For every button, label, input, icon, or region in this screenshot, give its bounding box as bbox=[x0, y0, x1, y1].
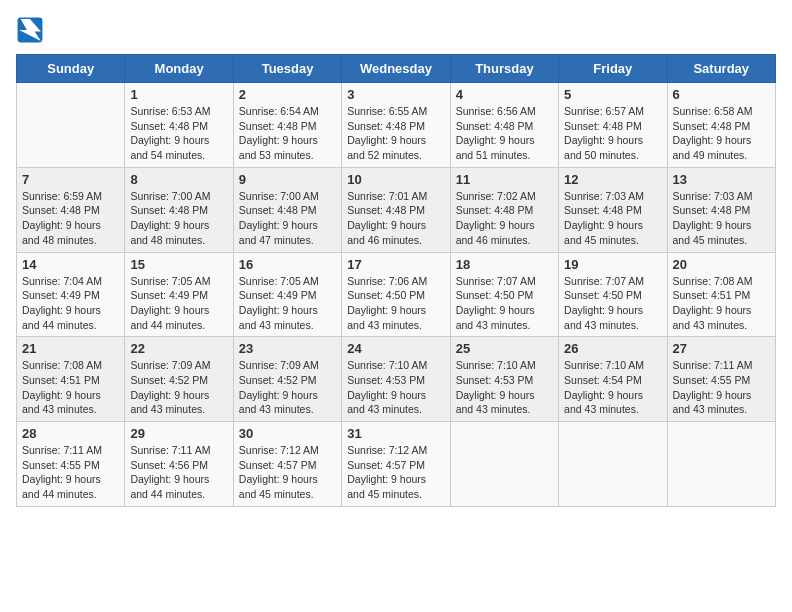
day-number: 7 bbox=[22, 172, 119, 187]
day-number: 23 bbox=[239, 341, 336, 356]
calendar-cell: 7Sunrise: 6:59 AM Sunset: 4:48 PM Daylig… bbox=[17, 167, 125, 252]
day-number: 14 bbox=[22, 257, 119, 272]
calendar-cell: 13Sunrise: 7:03 AM Sunset: 4:48 PM Dayli… bbox=[667, 167, 775, 252]
calendar-header-friday: Friday bbox=[559, 55, 667, 83]
day-detail: Sunrise: 7:00 AM Sunset: 4:48 PM Dayligh… bbox=[130, 189, 227, 248]
calendar-header-saturday: Saturday bbox=[667, 55, 775, 83]
calendar-cell: 14Sunrise: 7:04 AM Sunset: 4:49 PM Dayli… bbox=[17, 252, 125, 337]
calendar-cell: 2Sunrise: 6:54 AM Sunset: 4:48 PM Daylig… bbox=[233, 83, 341, 168]
day-detail: Sunrise: 7:04 AM Sunset: 4:49 PM Dayligh… bbox=[22, 274, 119, 333]
day-detail: Sunrise: 7:06 AM Sunset: 4:50 PM Dayligh… bbox=[347, 274, 444, 333]
day-detail: Sunrise: 6:56 AM Sunset: 4:48 PM Dayligh… bbox=[456, 104, 553, 163]
day-detail: Sunrise: 7:11 AM Sunset: 4:55 PM Dayligh… bbox=[673, 358, 770, 417]
day-detail: Sunrise: 7:09 AM Sunset: 4:52 PM Dayligh… bbox=[239, 358, 336, 417]
day-detail: Sunrise: 7:05 AM Sunset: 4:49 PM Dayligh… bbox=[130, 274, 227, 333]
day-number: 27 bbox=[673, 341, 770, 356]
calendar-cell: 9Sunrise: 7:00 AM Sunset: 4:48 PM Daylig… bbox=[233, 167, 341, 252]
calendar-cell: 19Sunrise: 7:07 AM Sunset: 4:50 PM Dayli… bbox=[559, 252, 667, 337]
calendar-cell bbox=[667, 422, 775, 507]
day-detail: Sunrise: 6:55 AM Sunset: 4:48 PM Dayligh… bbox=[347, 104, 444, 163]
calendar-cell: 15Sunrise: 7:05 AM Sunset: 4:49 PM Dayli… bbox=[125, 252, 233, 337]
day-number: 28 bbox=[22, 426, 119, 441]
day-number: 21 bbox=[22, 341, 119, 356]
calendar-cell: 29Sunrise: 7:11 AM Sunset: 4:56 PM Dayli… bbox=[125, 422, 233, 507]
day-number: 15 bbox=[130, 257, 227, 272]
day-number: 19 bbox=[564, 257, 661, 272]
calendar-cell: 4Sunrise: 6:56 AM Sunset: 4:48 PM Daylig… bbox=[450, 83, 558, 168]
day-number: 18 bbox=[456, 257, 553, 272]
day-number: 5 bbox=[564, 87, 661, 102]
day-number: 8 bbox=[130, 172, 227, 187]
day-number: 24 bbox=[347, 341, 444, 356]
day-number: 29 bbox=[130, 426, 227, 441]
day-detail: Sunrise: 7:11 AM Sunset: 4:55 PM Dayligh… bbox=[22, 443, 119, 502]
day-detail: Sunrise: 6:57 AM Sunset: 4:48 PM Dayligh… bbox=[564, 104, 661, 163]
day-detail: Sunrise: 7:03 AM Sunset: 4:48 PM Dayligh… bbox=[673, 189, 770, 248]
day-number: 22 bbox=[130, 341, 227, 356]
day-number: 20 bbox=[673, 257, 770, 272]
logo-icon bbox=[16, 16, 44, 44]
calendar-cell: 26Sunrise: 7:10 AM Sunset: 4:54 PM Dayli… bbox=[559, 337, 667, 422]
day-detail: Sunrise: 7:03 AM Sunset: 4:48 PM Dayligh… bbox=[564, 189, 661, 248]
day-number: 11 bbox=[456, 172, 553, 187]
calendar-cell: 16Sunrise: 7:05 AM Sunset: 4:49 PM Dayli… bbox=[233, 252, 341, 337]
calendar-table: SundayMondayTuesdayWednesdayThursdayFrid… bbox=[16, 54, 776, 507]
calendar-week-row: 28Sunrise: 7:11 AM Sunset: 4:55 PM Dayli… bbox=[17, 422, 776, 507]
day-number: 16 bbox=[239, 257, 336, 272]
day-number: 30 bbox=[239, 426, 336, 441]
calendar-week-row: 1Sunrise: 6:53 AM Sunset: 4:48 PM Daylig… bbox=[17, 83, 776, 168]
calendar-cell bbox=[17, 83, 125, 168]
day-detail: Sunrise: 7:08 AM Sunset: 4:51 PM Dayligh… bbox=[22, 358, 119, 417]
day-number: 1 bbox=[130, 87, 227, 102]
calendar-cell: 8Sunrise: 7:00 AM Sunset: 4:48 PM Daylig… bbox=[125, 167, 233, 252]
day-detail: Sunrise: 6:53 AM Sunset: 4:48 PM Dayligh… bbox=[130, 104, 227, 163]
day-detail: Sunrise: 7:10 AM Sunset: 4:54 PM Dayligh… bbox=[564, 358, 661, 417]
day-number: 3 bbox=[347, 87, 444, 102]
calendar-cell: 11Sunrise: 7:02 AM Sunset: 4:48 PM Dayli… bbox=[450, 167, 558, 252]
calendar-header-monday: Monday bbox=[125, 55, 233, 83]
day-detail: Sunrise: 6:58 AM Sunset: 4:48 PM Dayligh… bbox=[673, 104, 770, 163]
day-number: 4 bbox=[456, 87, 553, 102]
calendar-week-row: 14Sunrise: 7:04 AM Sunset: 4:49 PM Dayli… bbox=[17, 252, 776, 337]
calendar-cell: 21Sunrise: 7:08 AM Sunset: 4:51 PM Dayli… bbox=[17, 337, 125, 422]
day-number: 13 bbox=[673, 172, 770, 187]
calendar-cell: 31Sunrise: 7:12 AM Sunset: 4:57 PM Dayli… bbox=[342, 422, 450, 507]
calendar-cell: 28Sunrise: 7:11 AM Sunset: 4:55 PM Dayli… bbox=[17, 422, 125, 507]
calendar-cell: 12Sunrise: 7:03 AM Sunset: 4:48 PM Dayli… bbox=[559, 167, 667, 252]
calendar-cell bbox=[450, 422, 558, 507]
calendar-cell: 20Sunrise: 7:08 AM Sunset: 4:51 PM Dayli… bbox=[667, 252, 775, 337]
calendar-header-row: SundayMondayTuesdayWednesdayThursdayFrid… bbox=[17, 55, 776, 83]
day-detail: Sunrise: 7:07 AM Sunset: 4:50 PM Dayligh… bbox=[456, 274, 553, 333]
day-number: 2 bbox=[239, 87, 336, 102]
calendar-cell: 10Sunrise: 7:01 AM Sunset: 4:48 PM Dayli… bbox=[342, 167, 450, 252]
calendar-header-sunday: Sunday bbox=[17, 55, 125, 83]
day-detail: Sunrise: 7:09 AM Sunset: 4:52 PM Dayligh… bbox=[130, 358, 227, 417]
calendar-cell: 6Sunrise: 6:58 AM Sunset: 4:48 PM Daylig… bbox=[667, 83, 775, 168]
day-detail: Sunrise: 7:10 AM Sunset: 4:53 PM Dayligh… bbox=[347, 358, 444, 417]
day-number: 6 bbox=[673, 87, 770, 102]
calendar-cell: 17Sunrise: 7:06 AM Sunset: 4:50 PM Dayli… bbox=[342, 252, 450, 337]
calendar-cell: 27Sunrise: 7:11 AM Sunset: 4:55 PM Dayli… bbox=[667, 337, 775, 422]
day-detail: Sunrise: 7:10 AM Sunset: 4:53 PM Dayligh… bbox=[456, 358, 553, 417]
calendar-cell: 25Sunrise: 7:10 AM Sunset: 4:53 PM Dayli… bbox=[450, 337, 558, 422]
day-detail: Sunrise: 7:01 AM Sunset: 4:48 PM Dayligh… bbox=[347, 189, 444, 248]
day-detail: Sunrise: 7:12 AM Sunset: 4:57 PM Dayligh… bbox=[239, 443, 336, 502]
day-detail: Sunrise: 7:08 AM Sunset: 4:51 PM Dayligh… bbox=[673, 274, 770, 333]
calendar-header-tuesday: Tuesday bbox=[233, 55, 341, 83]
day-detail: Sunrise: 7:11 AM Sunset: 4:56 PM Dayligh… bbox=[130, 443, 227, 502]
calendar-cell: 5Sunrise: 6:57 AM Sunset: 4:48 PM Daylig… bbox=[559, 83, 667, 168]
day-number: 12 bbox=[564, 172, 661, 187]
calendar-cell: 23Sunrise: 7:09 AM Sunset: 4:52 PM Dayli… bbox=[233, 337, 341, 422]
calendar-week-row: 7Sunrise: 6:59 AM Sunset: 4:48 PM Daylig… bbox=[17, 167, 776, 252]
day-number: 9 bbox=[239, 172, 336, 187]
logo bbox=[16, 16, 48, 44]
day-number: 26 bbox=[564, 341, 661, 356]
day-detail: Sunrise: 7:12 AM Sunset: 4:57 PM Dayligh… bbox=[347, 443, 444, 502]
day-number: 31 bbox=[347, 426, 444, 441]
calendar-cell: 18Sunrise: 7:07 AM Sunset: 4:50 PM Dayli… bbox=[450, 252, 558, 337]
day-detail: Sunrise: 7:02 AM Sunset: 4:48 PM Dayligh… bbox=[456, 189, 553, 248]
calendar-header-thursday: Thursday bbox=[450, 55, 558, 83]
calendar-cell bbox=[559, 422, 667, 507]
calendar-cell: 3Sunrise: 6:55 AM Sunset: 4:48 PM Daylig… bbox=[342, 83, 450, 168]
calendar-header-wednesday: Wednesday bbox=[342, 55, 450, 83]
